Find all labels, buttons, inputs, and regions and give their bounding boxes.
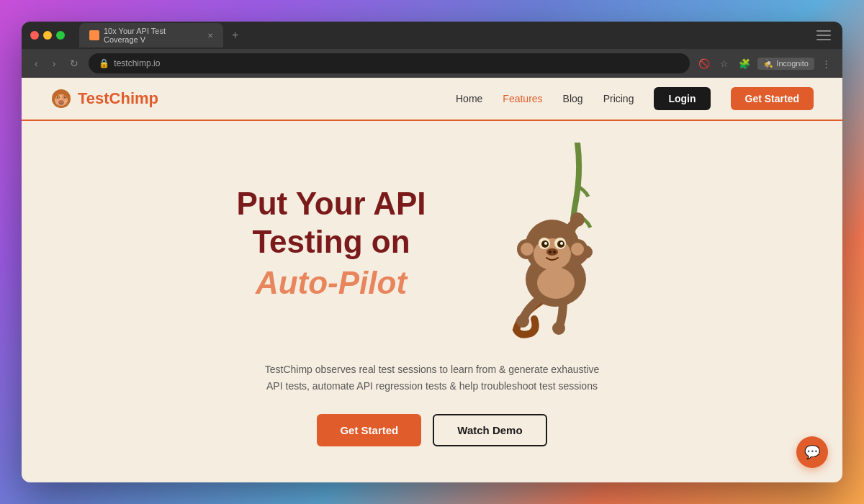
- logo: TestChimp: [50, 88, 158, 109]
- svg-point-25: [560, 242, 563, 245]
- incognito-label: Incognito: [776, 59, 809, 68]
- toolbar-actions: 🚫 ☆ 🧩 🕵 Incognito ⋮: [696, 55, 834, 72]
- watch-demo-button[interactable]: Watch Demo: [433, 414, 546, 446]
- close-button[interactable]: [30, 31, 39, 40]
- website-content: TestChimp Home Features Blog Pricing Log…: [22, 78, 842, 482]
- site-nav: TestChimp Home Features Blog Pricing Log…: [22, 78, 842, 121]
- chat-bubble-button[interactable]: 💬: [796, 436, 828, 468]
- forward-button[interactable]: ›: [48, 55, 60, 72]
- hero-content: Put Your API Testing on Auto-Pilot: [108, 143, 756, 344]
- menu-icon[interactable]: ⋮: [819, 55, 834, 72]
- nav-get-started-button[interactable]: Get Started: [731, 87, 814, 110]
- refresh-button[interactable]: ↻: [66, 55, 83, 72]
- svg-point-18: [571, 243, 584, 256]
- hero-title: Put Your API Testing on: [236, 185, 426, 261]
- svg-point-29: [537, 267, 575, 299]
- hero-section: Put Your API Testing on Auto-Pilot: [22, 121, 842, 482]
- lock-icon: 🔒: [99, 58, 109, 68]
- browser-titlebar: 10x Your API Test Coverage V ✕ +: [22, 22, 842, 49]
- minimize-button[interactable]: [43, 31, 52, 40]
- tab-favicon: [89, 30, 99, 40]
- browser-toolbar: ‹ › ↻ 🔒 testchimp.io 🚫 ☆ 🧩 🕵 Incognito ⋮: [22, 49, 842, 78]
- incognito-badge: 🕵 Incognito: [757, 58, 814, 70]
- svg-point-28: [553, 251, 556, 253]
- nav-pricing[interactable]: Pricing: [603, 93, 634, 104]
- svg-point-6: [57, 96, 58, 98]
- incognito-icon: 🕵: [763, 59, 773, 68]
- svg-point-26: [546, 248, 558, 256]
- svg-point-13: [552, 322, 565, 335]
- hero-text-block: Put Your API Testing on Auto-Pilot: [236, 185, 426, 302]
- hero-description: TestChimp observes real test sessions to…: [259, 361, 605, 394]
- svg-point-16: [521, 243, 534, 256]
- eye-off-icon[interactable]: 🚫: [696, 55, 713, 72]
- nav-blog[interactable]: Blog: [563, 93, 583, 104]
- hero-buttons: Get Started Watch Demo: [317, 414, 546, 446]
- traffic-lights: [30, 31, 65, 40]
- address-bar[interactable]: 🔒 testchimp.io: [89, 53, 690, 73]
- svg-point-12: [516, 315, 529, 328]
- browser-tab-bar: 10x Your API Test Coverage V ✕ +: [79, 23, 811, 48]
- tab-close-icon[interactable]: ✕: [207, 32, 213, 40]
- svg-point-10: [570, 212, 585, 227]
- bookmark-icon[interactable]: ☆: [717, 55, 732, 72]
- nav-home[interactable]: Home: [456, 93, 482, 104]
- back-button[interactable]: ‹: [30, 55, 42, 72]
- extensions-icon[interactable]: 🧩: [736, 55, 753, 72]
- tab-title: 10x Your API Test Coverage V: [104, 27, 200, 44]
- get-started-button[interactable]: Get Started: [317, 414, 421, 446]
- new-tab-button[interactable]: +: [229, 29, 241, 42]
- chat-icon: 💬: [804, 444, 820, 460]
- logo-text: TestChimp: [78, 89, 158, 108]
- svg-point-27: [549, 251, 552, 253]
- browser-window: 10x Your API Test Coverage V ✕ + ‹ › ↻ 🔒…: [22, 22, 842, 482]
- hero-title-line1: Put Your API: [236, 186, 426, 221]
- url-text: testchimp.io: [114, 58, 160, 68]
- browser-tab[interactable]: 10x Your API Test Coverage V ✕: [79, 23, 223, 48]
- login-button[interactable]: Login: [654, 87, 710, 110]
- monkey-illustration: [469, 143, 628, 344]
- svg-point-7: [64, 96, 66, 98]
- maximize-button[interactable]: [56, 31, 65, 40]
- hero-title-line2: Testing on: [252, 224, 410, 259]
- nav-features[interactable]: Features: [503, 93, 542, 104]
- nav-links: Home Features Blog Pricing Login Get Sta…: [456, 87, 814, 110]
- logo-icon: [50, 88, 72, 109]
- svg-point-24: [544, 242, 547, 245]
- hero-title-accent: Auto-Pilot: [236, 264, 426, 302]
